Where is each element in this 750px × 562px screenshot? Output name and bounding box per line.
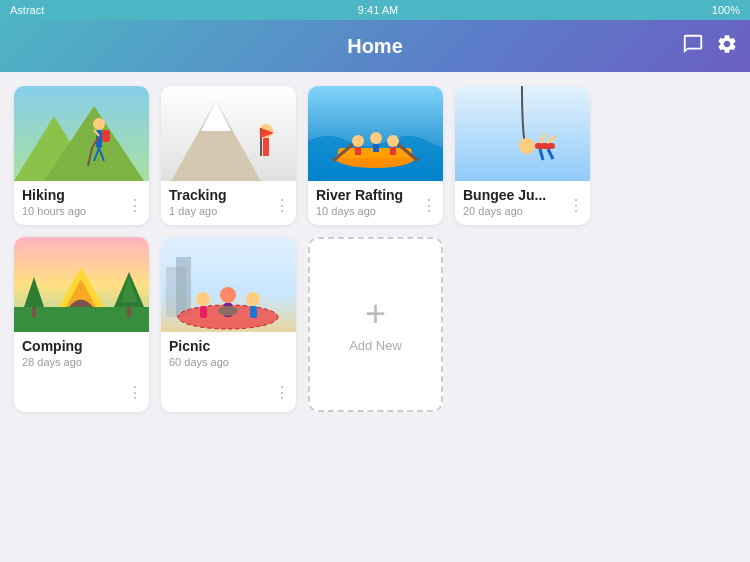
- main-content: Hiking 10 hours ago ⋮ Tracking 1 day ago: [0, 72, 750, 426]
- card-subtitle-hiking: 10 hours ago: [22, 205, 141, 217]
- svg-point-3: [93, 118, 105, 130]
- time-label: 9:41 AM: [358, 4, 398, 16]
- card-subtitle-bungee: 20 days ago: [463, 205, 582, 217]
- svg-rect-10: [102, 130, 110, 142]
- svg-rect-15: [263, 138, 269, 156]
- svg-point-54: [246, 292, 260, 306]
- card-title-bungee: Bungee Ju...: [463, 187, 582, 203]
- card-image-hiking: [14, 86, 149, 181]
- add-new-card[interactable]: + Add New: [308, 237, 443, 412]
- card-title-camping: Comping: [22, 338, 141, 354]
- card-camping[interactable]: Comping 28 days ago ⋮: [14, 237, 149, 412]
- card-menu-hiking[interactable]: ⋮: [127, 196, 143, 215]
- card-menu-picnic[interactable]: ⋮: [274, 383, 290, 402]
- card-menu-bungee[interactable]: ⋮: [568, 196, 584, 215]
- card-menu-river-rafting[interactable]: ⋮: [421, 196, 437, 215]
- svg-point-52: [220, 287, 236, 303]
- svg-point-23: [370, 132, 382, 144]
- add-new-label: Add New: [349, 338, 402, 353]
- add-new-plus-icon: +: [365, 296, 386, 332]
- card-image-camping: [14, 237, 149, 332]
- svg-rect-31: [535, 143, 555, 149]
- card-menu-camping[interactable]: ⋮: [127, 383, 143, 402]
- svg-rect-47: [176, 257, 191, 317]
- svg-rect-22: [355, 147, 361, 155]
- svg-point-56: [218, 306, 238, 316]
- svg-rect-26: [390, 147, 396, 155]
- card-title-hiking: Hiking: [22, 187, 141, 203]
- card-river-rafting[interactable]: River Rafting 10 days ago ⋮: [308, 86, 443, 225]
- card-menu-tracking[interactable]: ⋮: [274, 196, 290, 215]
- svg-rect-51: [200, 306, 207, 318]
- svg-point-30: [519, 138, 535, 154]
- card-body-camping: Comping 28 days ago: [14, 332, 149, 376]
- header: Home: [0, 20, 750, 72]
- card-subtitle-river-rafting: 10 days ago: [316, 205, 435, 217]
- svg-rect-42: [127, 307, 131, 317]
- svg-rect-39: [32, 307, 36, 317]
- svg-rect-55: [250, 306, 257, 318]
- chat-icon[interactable]: [682, 33, 704, 60]
- card-title-river-rafting: River Rafting: [316, 187, 435, 203]
- settings-icon[interactable]: [716, 33, 738, 60]
- card-tracking[interactable]: Tracking 1 day ago ⋮: [161, 86, 296, 225]
- carrier-label: Astract: [10, 4, 44, 16]
- card-subtitle-picnic: 60 days ago: [169, 356, 288, 368]
- card-image-bungee: [455, 86, 590, 181]
- header-icons: [682, 33, 738, 60]
- card-subtitle-camping: 28 days ago: [22, 356, 141, 368]
- card-image-river-rafting: [308, 86, 443, 181]
- card-hiking[interactable]: Hiking 10 hours ago ⋮: [14, 86, 149, 225]
- svg-point-50: [196, 292, 210, 306]
- svg-rect-24: [373, 144, 379, 152]
- card-image-tracking: [161, 86, 296, 181]
- card-picnic[interactable]: Picnic 60 days ago ⋮: [161, 237, 296, 412]
- status-bar: Astract 9:41 AM 100%: [0, 0, 750, 20]
- battery-label: 100%: [712, 4, 740, 16]
- card-bungee[interactable]: Bungee Ju... 20 days ago ⋮: [455, 86, 590, 225]
- card-title-tracking: Tracking: [169, 187, 288, 203]
- card-image-picnic: [161, 237, 296, 332]
- card-subtitle-tracking: 1 day ago: [169, 205, 288, 217]
- card-title-picnic: Picnic: [169, 338, 288, 354]
- card-body-picnic: Picnic 60 days ago: [161, 332, 296, 376]
- page-title: Home: [347, 35, 403, 58]
